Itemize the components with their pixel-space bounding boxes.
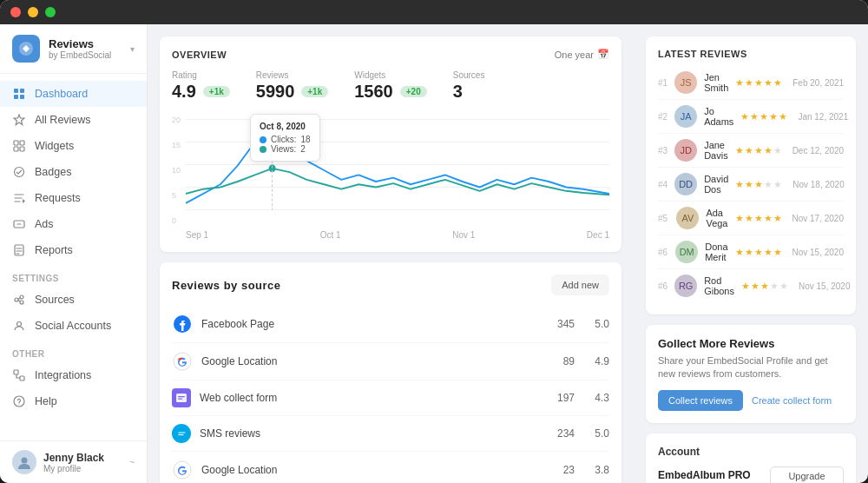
collect-reviews-card: Gollect More Reviews Share your EmbedSoc…: [646, 325, 856, 423]
review-item: #5 AV Ada Vega ★★★★★ Nov 17, 2020: [658, 202, 844, 235]
review-date: Nov 17, 2020: [792, 214, 845, 223]
sidebar-item-dashboard[interactable]: Dashboard: [0, 81, 147, 107]
review-num: #4: [658, 180, 667, 189]
add-new-button[interactable]: Add new: [551, 275, 609, 295]
user-name: Jenny Black: [43, 452, 104, 464]
sidebar-item-label: Integrations: [35, 369, 91, 381]
account-card: Account EmbedAlbum PRO Plus Upgrade plan…: [646, 433, 856, 483]
google-icon-2: [172, 460, 193, 480]
stat-reviews-badge: +1k: [301, 86, 328, 97]
review-stars: ★★★★★: [735, 179, 782, 190]
svg-point-17: [17, 322, 22, 327]
stat-rating-row: 4.9 +1k: [172, 82, 230, 102]
sidebar-item-label: Requests: [35, 192, 81, 204]
user-profile[interactable]: Jenny Black My profile ~: [0, 440, 147, 483]
reviewer-name: Rod Gibons: [704, 275, 734, 296]
stat-sources-value: 3: [453, 82, 463, 102]
account-title: Account: [658, 446, 844, 458]
sidebar-item-ads[interactable]: Ads: [0, 211, 147, 237]
integrations-icon: [12, 368, 26, 382]
overview-card: OVERVIEW One year 📅 Rating 4.9 +1k: [160, 36, 621, 252]
review-date: Feb 20, 2021: [792, 78, 844, 88]
review-avatar: DD: [674, 173, 697, 195]
stat-rating-badge: +1k: [203, 86, 230, 97]
stat-widgets-row: 1560 +20: [354, 82, 426, 102]
source-count: 89: [540, 355, 575, 367]
sidebar-item-label: Help: [35, 395, 57, 407]
review-stars: ★★★★★: [735, 213, 782, 224]
collect-reviews-button[interactable]: Collect reviews: [658, 390, 743, 411]
svg-point-14: [15, 298, 18, 301]
review-date: Nov 18, 2020: [792, 180, 845, 189]
stat-widgets-badge: +20: [400, 86, 427, 97]
sidebar-item-widgets[interactable]: Widgets: [0, 133, 147, 159]
review-num: #2: [658, 112, 667, 122]
svg-point-32: [174, 353, 191, 370]
sidebar-nav: Dashboard All Reviews Widgets: [0, 74, 147, 440]
svg-point-21: [18, 403, 19, 404]
review-num: #3: [658, 146, 667, 155]
clicks-dot: [260, 136, 266, 143]
google-icon: [172, 351, 193, 372]
sidebar: Reviews by EmbedSocial ▾ Dashboard: [0, 24, 148, 483]
star-icon: [12, 113, 26, 127]
source-rating: 4.9: [583, 355, 609, 367]
source-rating: 5.0: [583, 427, 609, 440]
maximize-dot[interactable]: [45, 7, 56, 17]
sidebar-item-social-accounts[interactable]: Social Accounts: [0, 313, 147, 339]
stat-sources: Sources 3: [453, 70, 485, 102]
minimize-dot[interactable]: [28, 7, 38, 17]
sidebar-item-sources[interactable]: Sources: [0, 287, 147, 313]
ads-icon: [12, 217, 26, 231]
sidebar-item-badges[interactable]: Badges: [0, 159, 147, 185]
svg-rect-6: [14, 141, 18, 145]
svg-point-36: [177, 429, 187, 439]
review-item: #6 DM Dona Merit ★★★★★ Nov 15, 2020: [658, 235, 844, 269]
upgrade-plan-button[interactable]: Upgrade plan: [770, 466, 844, 483]
review-date: Nov 15, 2020: [792, 248, 845, 257]
sms-icon: [172, 424, 191, 443]
sidebar-item-label: Social Accounts: [35, 320, 111, 332]
svg-point-37: [174, 461, 191, 479]
review-item: #1 JS Jen Smith ★★★★★ Feb 20, 2021: [658, 66, 844, 100]
svg-rect-18: [14, 370, 18, 374]
create-collect-form-button[interactable]: Create collect form: [752, 395, 832, 406]
sidebar-item-label: Ads: [35, 218, 54, 230]
review-num: #5: [658, 214, 669, 223]
calendar-icon: 📅: [597, 49, 609, 60]
svg-point-20: [14, 396, 24, 407]
period-select[interactable]: One year 📅: [555, 49, 609, 60]
review-num: #6: [658, 248, 668, 257]
source-count: 234: [540, 427, 575, 440]
review-num: #6: [658, 281, 667, 291]
svg-point-10: [15, 168, 24, 177]
source-name: Google Location: [201, 355, 531, 367]
close-dot[interactable]: [10, 7, 21, 17]
reviews-by-source-title: Reviews by source: [172, 279, 281, 292]
x-label-sep: Sep 1: [186, 230, 208, 240]
stat-widgets-label: Widgets: [354, 70, 426, 80]
settings-section-label: SETTINGS: [0, 267, 147, 287]
y-label: 0: [172, 216, 181, 225]
source-item: Web collect form 197 4.3: [172, 380, 609, 416]
tooltip-views-value: 2: [300, 144, 306, 154]
sidebar-item-integrations[interactable]: Integrations: [0, 362, 147, 388]
period-label: One year: [555, 50, 594, 60]
sidebar-item-requests[interactable]: Requests: [0, 185, 147, 211]
svg-rect-8: [14, 147, 18, 151]
source-rating: 5.0: [583, 318, 609, 330]
sidebar-item-label: Reports: [35, 244, 73, 256]
collect-buttons: Collect reviews Create collect form: [658, 390, 844, 411]
sidebar-item-reports[interactable]: Reports: [0, 237, 147, 263]
y-label: 5: [172, 191, 181, 200]
plan-name: EmbedAlbum PRO Plus: [658, 469, 770, 483]
reviewer-name: Jane Davis: [704, 140, 728, 161]
sidebar-item-help[interactable]: Help: [0, 388, 147, 414]
other-section-label: OTHER: [0, 342, 147, 362]
svg-rect-33: [176, 394, 187, 402]
source-name: Facebook Page: [201, 318, 531, 330]
sidebar-item-all-reviews[interactable]: All Reviews: [0, 107, 147, 133]
web-collect-icon: [172, 388, 191, 407]
stat-widgets-value: 1560: [354, 82, 393, 102]
reviewer-name: Jo Adams: [704, 106, 733, 127]
